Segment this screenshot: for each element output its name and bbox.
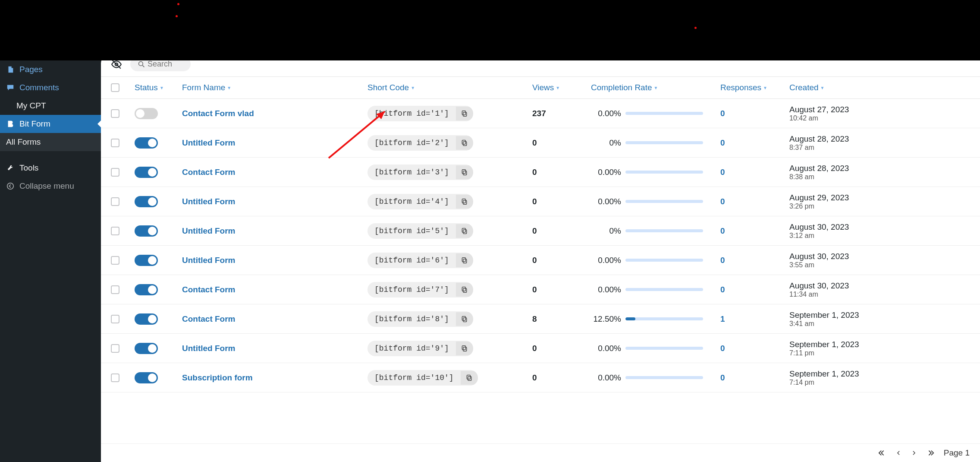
copy-shortcode-button[interactable] bbox=[456, 195, 473, 209]
responses-link[interactable]: 0 bbox=[720, 344, 725, 353]
column-header-completion[interactable]: Completion Rate▼ bbox=[591, 83, 720, 92]
sidebar-item-mycpt[interactable]: My CPT bbox=[0, 97, 101, 115]
copy-shortcode-button[interactable] bbox=[456, 224, 473, 238]
column-header-shortcode[interactable]: Short Code▼ bbox=[368, 83, 532, 92]
created-time: 7:11 pm bbox=[789, 349, 980, 357]
row-checkbox[interactable] bbox=[111, 256, 119, 265]
form-name-link[interactable]: Subscription form bbox=[182, 373, 253, 382]
row-checkbox[interactable] bbox=[111, 168, 119, 177]
copy-shortcode-button[interactable] bbox=[456, 342, 473, 355]
copy-shortcode-button[interactable] bbox=[461, 371, 478, 385]
row-checkbox[interactable] bbox=[111, 285, 119, 294]
form-name-link[interactable]: Untitled Form bbox=[182, 256, 236, 265]
sidebar-item-tools[interactable]: Tools bbox=[0, 159, 101, 177]
column-header-views[interactable]: Views▼ bbox=[532, 83, 591, 92]
copy-shortcode-button[interactable] bbox=[456, 312, 473, 326]
copy-shortcode-button[interactable] bbox=[456, 283, 473, 297]
completion-rate-value: 0.00% bbox=[591, 168, 621, 177]
shortcode-pill: [bitform id='7'] bbox=[368, 282, 473, 297]
status-toggle[interactable] bbox=[135, 137, 158, 149]
completion-rate-value: 0.00% bbox=[591, 344, 621, 353]
responses-link[interactable]: 0 bbox=[720, 197, 725, 206]
form-name-link[interactable]: Untitled Form bbox=[182, 138, 236, 147]
created-date: August 30, 2023 bbox=[789, 252, 980, 261]
sidebar-label: All Forms bbox=[6, 137, 41, 146]
row-checkbox[interactable] bbox=[111, 139, 119, 147]
svg-line-4 bbox=[142, 65, 144, 67]
svg-rect-20 bbox=[462, 316, 465, 320]
responses-link[interactable]: 0 bbox=[720, 226, 725, 235]
shortcode-text: [bitform id='1'] bbox=[368, 106, 456, 121]
sidebar-sub-allforms[interactable]: All Forms bbox=[0, 133, 101, 151]
status-toggle[interactable] bbox=[135, 372, 158, 383]
copy-shortcode-button[interactable] bbox=[456, 136, 473, 150]
table-row: Contact Form vlad [bitform id='1'] 237 0… bbox=[101, 99, 980, 128]
form-name-link[interactable]: Contact Form bbox=[182, 168, 236, 177]
copy-shortcode-button[interactable] bbox=[456, 107, 473, 120]
status-toggle[interactable] bbox=[135, 167, 158, 178]
table-row: Untitled Form [bitform id='6'] 0 0.00% 0… bbox=[101, 246, 980, 275]
responses-link[interactable]: 0 bbox=[720, 285, 725, 294]
pager-prev[interactable] bbox=[895, 450, 901, 456]
copy-shortcode-button[interactable] bbox=[456, 253, 473, 267]
status-toggle[interactable] bbox=[135, 196, 158, 207]
views-value: 0 bbox=[532, 373, 537, 382]
form-name-link[interactable]: Contact Form bbox=[182, 314, 236, 323]
form-name-link[interactable]: Untitled Form bbox=[182, 344, 236, 353]
form-name-link[interactable]: Untitled Form bbox=[182, 197, 236, 206]
status-toggle[interactable] bbox=[135, 284, 158, 295]
status-toggle[interactable] bbox=[135, 225, 158, 237]
responses-link[interactable]: 0 bbox=[720, 168, 725, 177]
admin-sidebar: Pages Comments My CPT Bit Form All Forms… bbox=[0, 0, 101, 462]
row-checkbox[interactable] bbox=[111, 227, 119, 235]
status-toggle[interactable] bbox=[135, 343, 158, 354]
search-icon bbox=[138, 61, 145, 68]
shortcode-pill: [bitform id='6'] bbox=[368, 253, 473, 268]
sidebar-item-bitform[interactable]: Bit Form bbox=[0, 115, 101, 133]
sidebar-collapse[interactable]: Collapse menu bbox=[0, 177, 101, 195]
column-header-created[interactable]: Created▼ bbox=[789, 83, 980, 92]
svg-rect-11 bbox=[463, 200, 467, 204]
copy-icon bbox=[461, 228, 468, 234]
status-toggle[interactable] bbox=[135, 108, 158, 119]
shortcode-pill: [bitform id='9'] bbox=[368, 341, 473, 356]
copy-icon bbox=[461, 345, 468, 352]
responses-link[interactable]: 0 bbox=[720, 373, 725, 382]
created-time: 8:38 am bbox=[789, 173, 980, 181]
responses-link[interactable]: 0 bbox=[720, 138, 725, 147]
status-toggle[interactable] bbox=[135, 313, 158, 325]
responses-link[interactable]: 0 bbox=[720, 109, 725, 118]
completion-rate-bar bbox=[625, 347, 703, 350]
sidebar-label: Bit Form bbox=[19, 119, 50, 129]
completion-rate-value: 0.00% bbox=[591, 256, 621, 265]
sidebar-item-comments[interactable]: Comments bbox=[0, 79, 101, 97]
row-checkbox[interactable] bbox=[111, 315, 119, 323]
row-checkbox[interactable] bbox=[111, 373, 119, 382]
created-date: August 28, 2023 bbox=[789, 164, 980, 173]
row-checkbox[interactable] bbox=[111, 109, 119, 118]
search-input[interactable] bbox=[148, 60, 182, 69]
column-header-name[interactable]: Form Name▼ bbox=[182, 83, 368, 92]
column-header-responses[interactable]: Responses▼ bbox=[720, 83, 789, 92]
responses-link[interactable]: 1 bbox=[720, 314, 725, 323]
status-toggle[interactable] bbox=[135, 255, 158, 266]
row-checkbox[interactable] bbox=[111, 197, 119, 206]
annotation-dot bbox=[177, 3, 179, 5]
copy-icon bbox=[461, 139, 468, 146]
pager-first[interactable] bbox=[878, 449, 886, 457]
sidebar-item-pages[interactable]: Pages bbox=[0, 60, 101, 79]
select-all-checkbox[interactable] bbox=[111, 83, 119, 92]
pager-last[interactable] bbox=[927, 449, 934, 457]
responses-link[interactable]: 0 bbox=[720, 256, 725, 265]
completion-rate-value: 0% bbox=[591, 226, 621, 236]
wrench-icon bbox=[6, 164, 15, 172]
form-name-link[interactable]: Contact Form bbox=[182, 285, 236, 294]
column-header-status[interactable]: Status▼ bbox=[129, 83, 182, 92]
created-time: 10:42 am bbox=[789, 114, 980, 122]
form-name-link[interactable]: Untitled Form bbox=[182, 226, 236, 235]
row-checkbox[interactable] bbox=[111, 344, 119, 353]
pager-next[interactable] bbox=[911, 450, 917, 456]
form-name-link[interactable]: Contact Form vlad bbox=[182, 109, 254, 118]
copy-shortcode-button[interactable] bbox=[456, 165, 473, 179]
copy-icon bbox=[461, 169, 468, 176]
